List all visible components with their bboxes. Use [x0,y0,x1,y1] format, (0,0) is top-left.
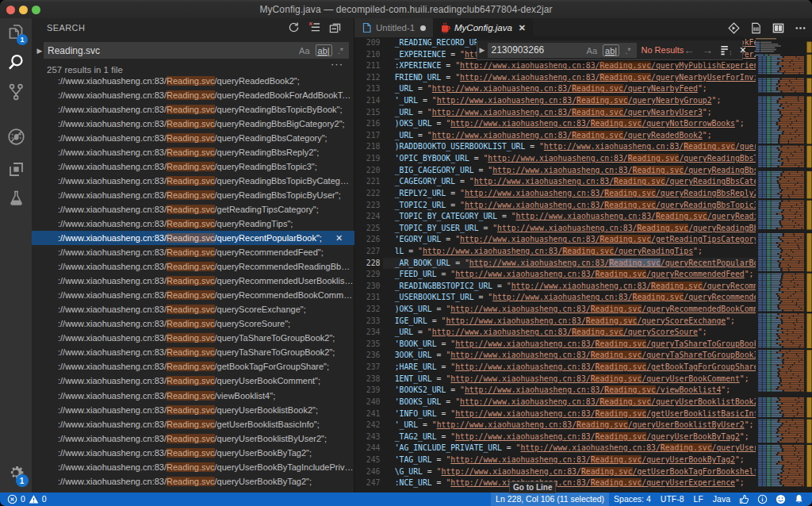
code-line: 244'AG_INCLUDE_PRIVATE_URL = "http://www… [354,443,756,454]
code-line: 224_TOPIC_BY_CATEGORY_URL = "http://www.… [354,211,756,223]
collapse-all-icon[interactable] [329,21,342,34]
match-case-toggle[interactable]: Aa [297,44,312,56]
code-line: 245'TAG_URL = "http://www.xiaohuasheng.c… [354,454,756,466]
find-regex-toggle[interactable]: .* [622,44,633,56]
survey-smiley[interactable] [772,493,790,506]
code-line: 242'_URL = "http://www.xiaohuasheng.cn:8… [354,420,756,431]
find-match-case-toggle[interactable]: Aa [584,44,599,56]
search-result-row[interactable]: ://www.xiaohuasheng.cn:83/Reading.svc/qu… [32,460,354,474]
search-results-list: ://www.xiaohuasheng.cn:83/Reading.svc/qu… [32,74,354,489]
file-icon [362,22,372,33]
regex-toggle[interactable]: .* [335,44,346,56]
search-result-row[interactable]: ://www.xiaohuasheng.cn:83/Reading.svc/ge… [32,359,354,374]
close-tab-icon[interactable]: ✕ [519,23,526,33]
code-line: 222_REPLY2_URL = "http://www.xiaohuashen… [354,188,756,200]
cursor-position-status[interactable]: Ln 228, Col 106 (11 selected) [491,493,609,506]
code-line: 225_TOPIC_BY_USER_URL = "http://www.xiao… [354,223,756,235]
search-result-row[interactable]: ://www.xiaohuasheng.cn:83/Reading.svc/qu… [32,74,354,88]
clear-search-results-icon[interactable] [308,21,321,34]
search-result-row[interactable]: ://www.xiaohuasheng.cn:83/Reading.svc/qu… [32,102,354,117]
search-result-row[interactable]: ://www.xiaohuasheng.cn:83/Reading.svc/qu… [32,403,354,417]
search-result-row[interactable]: ://www.xiaohuasheng.cn:83/Reading.svc/qu… [32,231,354,245]
search-result-row[interactable]: ://www.xiaohuasheng.cn:83/Reading.svc/qu… [32,174,354,188]
feedback-smiley[interactable] [735,493,753,506]
find-next-icon[interactable]: → [702,44,713,56]
search-result-row[interactable]: ://www.xiaohuasheng.cn:83/Reading.svc/qu… [32,316,354,331]
search-result-row[interactable]: ://www.xiaohuasheng.cn:83/Reading.svc/qu… [32,331,354,345]
search-icon[interactable] [0,49,32,76]
status-bar: 0 0 Ln 228, Col 106 (11 selected) Spaces… [0,493,812,506]
notifications-bell[interactable] [790,493,812,506]
tab-myconfig-java[interactable]: MyConfig.java ✕ [433,18,533,37]
explorer-icon[interactable]: 1 [0,18,32,45]
code-line: 219'OPIC_BYBOOK_URL = "http://www.xiaohu… [354,153,756,165]
open-preview-icon[interactable] [750,22,762,34]
tab-label: Untitled-1 [376,23,415,33]
search-sidebar: SEARCH [32,18,354,493]
search-result-row[interactable]: ://www.xiaohuasheng.cn:83/Reading.svc/qu… [32,374,354,388]
search-result-row[interactable]: ://www.xiaohuasheng.cn:83/Reading.svc/ge… [32,417,354,431]
search-result-row[interactable]: ://www.xiaohuasheng.cn:83/Reading.svc/qu… [32,345,354,359]
extensions-icon[interactable] [0,155,32,182]
manage-gear-icon[interactable]: 1 [0,459,32,486]
search-result-row[interactable]: ://www.xiaohuasheng.cn:83/Reading.svc/qu… [32,88,354,102]
language-status[interactable]: Java [708,493,735,506]
search-result-row[interactable]: ://www.xiaohuasheng.cn:83/Reading.svc/qu… [32,431,354,446]
search-result-row[interactable]: ://www.xiaohuasheng.cn:83/Reading.svc/qu… [32,145,354,159]
find-whole-word-toggle[interactable]: ab| [603,44,619,56]
search-result-row[interactable]: ://www.xiaohuasheng.cn:83/Reading.svc/qu… [32,131,354,145]
code-line: 230_READINGBBSTOPIC2_URL = "http://www.x… [354,281,756,293]
find-close-icon[interactable]: ✕ [739,44,746,56]
whole-word-toggle[interactable]: ab| [316,44,332,56]
dismiss-result-icon[interactable]: ✕ [335,231,348,245]
activity-bar: 1 [0,18,32,493]
search-result-row[interactable]: ://www.xiaohuasheng.cn:83/Reading.svc/ge… [32,202,354,217]
info-status[interactable] [753,493,772,506]
debug-icon[interactable] [0,123,32,150]
code-line: 213_URL = "http://www.xiaohuasheng.cn:83… [354,83,756,95]
search-input[interactable]: Reading.svc Aa ab| .* [44,42,349,59]
search-query: Reading.svc [44,45,297,56]
code-line: 218)RADDBOOKTO_USERBOOKLIST_URL = "http:… [354,141,756,153]
search-result-row[interactable]: ://www.xiaohuasheng.cn:83/Reading.svc/qu… [32,288,354,302]
code-line: 240'BOOKS_URL = "http://www.xiaohuasheng… [354,397,756,408]
search-result-row[interactable]: ://www.xiaohuasheng.cn:83/Reading.svc/qu… [32,159,354,174]
search-result-row[interactable]: ://www.xiaohuasheng.cn:83/Reading.svc/qu… [32,217,354,231]
overview-ruler[interactable] [804,37,812,493]
search-result-row[interactable]: ://www.xiaohuasheng.cn:83/Reading.svc/qu… [32,117,354,131]
search-result-row[interactable]: ://www.xiaohuasheng.cn:83/Reading.svc/qu… [32,474,354,489]
search-result-row[interactable]: ://www.xiaohuasheng.cn:83/Reading.svc/qu… [32,188,354,202]
toggle-search-details-icon[interactable]: ··· [331,58,343,70]
search-result-row[interactable]: ://www.xiaohuasheng.cn:83/Reading.svc/vi… [32,389,354,403]
modified-dot-icon[interactable] [420,25,426,31]
minimap[interactable] [756,37,804,493]
code-line: 228_AR_BOOK_URL = "http://www.xiaohuashe… [354,258,756,270]
code-line: 226'EGORY_URL = "http://www.xiaohuasheng… [354,234,756,246]
open-changes-icon[interactable] [728,22,740,34]
code-line: 223_TOPIC2_URL = "http://www.xiaohuashen… [354,200,756,212]
testing-icon[interactable] [0,184,32,211]
eol-status[interactable]: LF [689,493,708,506]
window-title: MyConfig.java — decompiled-com.huili.rea… [0,4,812,15]
code-editor[interactable]: 209_READING_RECORD_URL = "http://www.xia… [354,37,756,493]
find-previous-icon[interactable]: ← [684,44,695,56]
problems-status[interactable]: 0 0 [7,493,47,506]
code-line: 237;HARE_URL = "http://www.xiaohuasheng.… [354,362,756,374]
search-result-row[interactable]: ://www.xiaohuasheng.cn:83/Reading.svc/qu… [32,245,354,259]
find-replace-twisty[interactable]: ▶ [477,46,488,54]
source-control-icon[interactable] [0,79,32,105]
encoding-status[interactable]: UTF-8 [656,493,689,506]
refresh-icon[interactable] [288,21,301,34]
indentation-status[interactable]: Spaces: 4 [609,493,656,506]
find-widget: ▶ 2130903266 Aa ab| .* No Results ← → [477,40,743,60]
search-result-row[interactable]: ://www.xiaohuasheng.cn:83/Reading.svc/qu… [32,259,354,274]
find-in-selection-icon[interactable] [720,44,732,56]
find-input[interactable]: 2130903266 Aa ab| .* [488,43,637,58]
tab-untitled-1[interactable]: Untitled-1 [354,18,433,37]
more-actions-icon[interactable] [795,22,806,34]
split-editor-icon[interactable] [772,22,784,34]
search-result-row[interactable]: ://www.xiaohuasheng.cn:83/Reading.svc/qu… [32,446,354,460]
search-details-twisty[interactable]: ▶ [36,47,44,55]
search-result-row[interactable]: ://www.xiaohuasheng.cn:83/Reading.svc/qu… [32,302,354,316]
search-result-row[interactable]: ://www.xiaohuasheng.cn:83/Reading.svc/qu… [32,274,354,288]
